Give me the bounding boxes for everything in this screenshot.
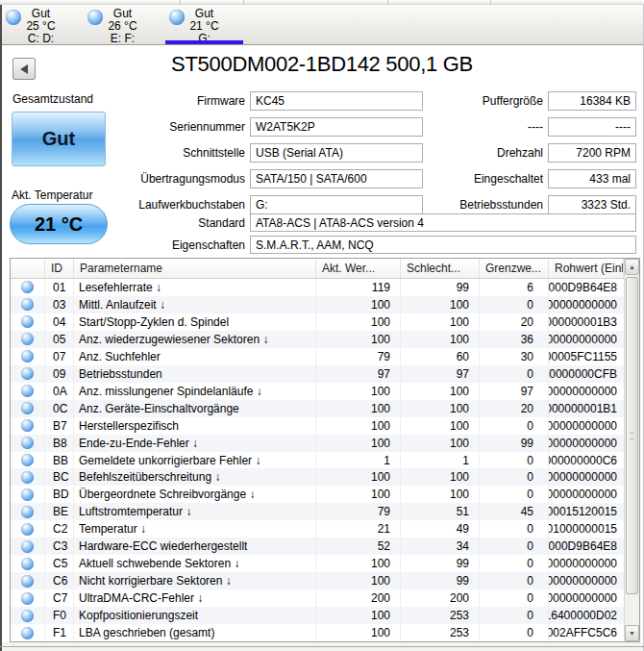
table-row[interactable]: C6Nicht korrigierbare Sektoren ↓10099000… [11, 572, 624, 589]
status-orb-cell [11, 572, 45, 589]
cell-worst-value: 100 [401, 383, 480, 400]
vertical-scrollbar[interactable]: ▲ ▼ [624, 259, 639, 641]
cell-raw-value: 000000000CFB [549, 365, 624, 383]
field-value: USB (Serial ATA) [250, 143, 423, 163]
column-header[interactable]: Akt. Wer... [316, 259, 401, 278]
table-row[interactable]: 01Lesefehlerrate ↓11999600000D9B64E8 [11, 279, 624, 296]
health-orb-icon [169, 10, 185, 25]
cell-id: 03 [45, 296, 74, 313]
table-row[interactable]: BELuftstromtemperatur ↓79514500001512001… [11, 503, 624, 520]
field-value: ATA8-ACS | ATA8-ACS version 4 [250, 213, 636, 232]
field-label: Laufwerkbuchstaben [113, 198, 250, 212]
cell-raw-value: 0000000000C6 [549, 452, 624, 469]
status-orb-cell [11, 468, 45, 486]
table-row[interactable]: BCBefehlszeitüberschreitung ↓10010000000… [11, 468, 624, 486]
status-orb-icon [21, 592, 34, 605]
field-label: Schnittstelle [113, 146, 250, 160]
cell-current-value: 52 [316, 538, 401, 555]
table-row[interactable]: 07Anz. Suchfehler796030000005FC1155 [11, 348, 624, 365]
table-row[interactable]: BDÜbergeordnete Schreibvorgänge ↓1001000… [11, 486, 624, 503]
column-header[interactable]: Schlecht... [401, 259, 480, 278]
table-row[interactable]: 0AAnz. misslungener Spindelanläufe ↓1001… [11, 383, 624, 400]
table-row[interactable]: 05Anz. wiederzugewiesener Sektoren ↓1001… [11, 331, 624, 348]
cell-parameter-name: UltraDMA-CRC-Fehler ↓ [74, 589, 316, 607]
table-row[interactable]: 0CAnz. Geräte-Einschaltvorgänge100100200… [11, 400, 624, 417]
column-header[interactable]: ID [45, 259, 74, 278]
table-row[interactable]: B7Herstellerspezifisch100100000000000000… [11, 417, 624, 435]
cell-parameter-name: Nicht korrigierbare Sektoren ↓ [74, 572, 316, 589]
cell-current-value: 200 [316, 589, 401, 607]
table-row[interactable]: C2Temperatur ↓21490001000000015 [11, 520, 624, 538]
scroll-up-icon[interactable]: ▲ [625, 259, 639, 275]
table-row[interactable]: F1LBA geschrieben (gesamt)100253000002AF… [11, 624, 624, 641]
cell-current-value: 100 [316, 624, 401, 641]
scrollbar-thumb[interactable] [626, 277, 638, 594]
cell-raw-value: 00000D9B64E8 [549, 279, 624, 296]
cell-threshold: 0 [480, 452, 549, 469]
cell-id: B8 [45, 435, 74, 452]
scroll-down-icon[interactable]: ▼ [625, 625, 639, 641]
cell-current-value: 1 [316, 452, 401, 469]
cell-current-value: 100 [316, 468, 401, 486]
table-row[interactable]: F0Kopfpositionierungszeit1002530F1640000… [11, 607, 624, 624]
drive-tab-ef[interactable]: Gut26 °CE: F: [82, 5, 163, 44]
header-icon-column[interactable] [11, 259, 45, 278]
status-orb-icon [21, 350, 34, 363]
column-header[interactable]: Rohwert (Einh.... [549, 259, 624, 278]
field-value: S.M.A.R.T., AAM, NCQ [250, 236, 636, 254]
cell-worst-value: 100 [401, 468, 480, 486]
cell-id: C3 [45, 538, 74, 555]
temperature-button[interactable]: 21 °C [10, 204, 108, 244]
status-orb-cell [11, 417, 45, 435]
cell-parameter-name: Anz. Suchfehler [74, 348, 316, 365]
smart-table-body: 01Lesefehlerrate ↓11999600000D9B64E803Mi… [11, 279, 624, 641]
table-row[interactable]: C3Hardware-ECC wiederhergestellt52340000… [11, 538, 624, 555]
info-field-row: ÜbertragungsmodusSATA/150 | SATA/600 [113, 169, 423, 188]
cell-id: 04 [45, 313, 74, 331]
field-label: Drehzahl [423, 146, 548, 160]
field-value: G: [250, 195, 423, 214]
cell-worst-value: 100 [401, 486, 480, 503]
column-header[interactable]: Parametername [74, 259, 316, 278]
cell-worst-value: 100 [401, 313, 480, 331]
cell-threshold: 0 [480, 417, 549, 435]
cell-id: 0A [45, 383, 74, 400]
health-status-button[interactable]: Gut [12, 112, 106, 166]
info-field-row: Puffergröße16384 KB [423, 91, 636, 111]
status-orb-icon [21, 523, 34, 536]
cell-raw-value: 001000000015 [549, 520, 624, 538]
table-row[interactable]: BBGemeldete unkorrigierbare Fehler ↓1100… [11, 452, 624, 469]
table-row[interactable]: 03Mittl. Anlaufzeit ↓1001000000000000000 [11, 296, 624, 313]
cell-threshold: 36 [480, 331, 549, 348]
info-field-row: Eingeschaltet433 mal [423, 169, 636, 188]
cell-raw-value: 000000000000 [549, 383, 624, 400]
drive-tabbar: Gut25 °CC: D:Gut26 °CE: F:Gut21 °CG: [0, 5, 644, 45]
table-row[interactable]: C7UltraDMA-CRC-Fehler ↓20020000000000000… [11, 589, 624, 607]
tab-drive-letters: G: [198, 33, 211, 45]
tab-drive-letters: E: F: [111, 33, 135, 45]
status-orb-cell [11, 452, 45, 469]
cell-raw-value: F16400000D02 [549, 607, 624, 624]
info-field-row: EigenschaftenS.M.A.R.T., AAM, NCQ [113, 236, 636, 254]
info-field-row: SchnittstelleUSB (Serial ATA) [113, 143, 423, 163]
table-row[interactable]: C5Aktuell schwebende Sektoren ↓100990000… [11, 555, 624, 572]
cell-id: C2 [45, 520, 74, 538]
cell-worst-value: 100 [401, 435, 480, 452]
cell-threshold: 0 [480, 555, 549, 572]
table-row[interactable]: 09Betriebsstunden97970000000000CFB [11, 365, 624, 383]
drive-tab-g[interactable]: Gut21 °CG: [163, 5, 245, 44]
cell-parameter-name: Befehlszeitüberschreitung ↓ [74, 468, 316, 486]
table-row[interactable]: B8Ende-zu-Ende-Fehler ↓10010099000000000… [11, 435, 624, 452]
cell-id: BE [45, 503, 74, 520]
drive-tab-cd[interactable]: Gut25 °CC: D: [0, 5, 82, 44]
cell-id: F0 [45, 607, 74, 624]
cell-parameter-name: Start/Stopp-Zyklen d. Spindel [74, 313, 316, 331]
cell-threshold: 30 [480, 348, 549, 365]
column-header[interactable]: Grenzwe... [480, 259, 549, 278]
cell-id: 0C [45, 400, 74, 417]
cell-raw-value: 00000D9B64E8 [549, 538, 624, 555]
cell-id: 09 [45, 365, 74, 383]
health-orb-icon [6, 10, 21, 25]
table-row[interactable]: 04Start/Stopp-Zyklen d. Spindel100100200… [11, 313, 624, 331]
field-label: Standard [113, 216, 250, 230]
